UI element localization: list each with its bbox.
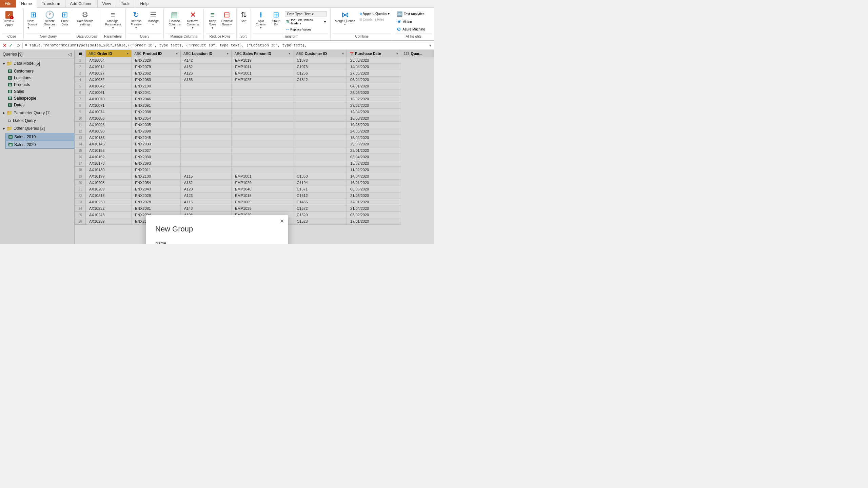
ribbon-ai-label: AI Insights — [395, 34, 432, 38]
enter-data-button[interactable]: ⊞ EnterData — [59, 10, 71, 27]
split-column-button[interactable]: ⫲ SplitColumn ▾ — [253, 10, 269, 30]
tools-tab[interactable]: Tools — [116, 0, 135, 7]
data-type-dropdown[interactable]: Data Type: Text▾ — [285, 11, 327, 17]
modal-name-label: Name — [155, 241, 279, 244]
ribbon-parameters-group: ≡ ManageParameters ▾ Parameters — [100, 9, 126, 40]
formula-reject-button[interactable]: ✕ — [3, 43, 7, 48]
formula-text: = Table.TransformColumnTypes(Sales_2017_… — [25, 43, 427, 47]
ribbon-query-label: Query — [128, 34, 161, 38]
vision-button[interactable]: 👁 Vision — [395, 18, 432, 25]
refresh-preview-button[interactable]: ↻ RefreshPreview ▾ — [128, 10, 144, 30]
ribbon-new-query-group: ⊞ NewSource ▾ 🕐 RecentSources ▾ ⊞ EnterD… — [24, 9, 73, 40]
formula-fx-label: fx — [17, 43, 20, 48]
view-tab[interactable]: View — [98, 0, 116, 7]
manage-parameters-button[interactable]: ≡ ManageParameters ▾ — [102, 10, 123, 30]
data-source-settings-button[interactable]: ⚙ Data sourcesettings — [75, 10, 95, 27]
ribbon-transform-label: Transform — [253, 34, 329, 38]
help-tab[interactable]: Help — [135, 0, 153, 7]
remove-rows-button[interactable]: ⊟ RemoveRows ▾ — [220, 10, 234, 27]
ribbon-manage-columns-label: Manage Columns — [166, 34, 201, 38]
ribbon-transform-group: ⫲ SplitColumn ▾ ⊞ GroupBy Data Type: Tex… — [251, 9, 331, 40]
ribbon-reduce-rows-label: Reduce Rows — [206, 34, 234, 38]
close-apply-button[interactable]: ✓ ✕ Close & Apply — [2, 10, 16, 28]
new-source-button[interactable]: ⊞ NewSource ▾ — [26, 10, 41, 30]
ribbon-reduce-rows-group: ≡ KeepRows ▾ ⊟ RemoveRows ▾ Reduce Rows — [204, 9, 236, 40]
ribbon-close-group: ✓ ✕ Close & Apply Close — [0, 9, 24, 40]
ribbon-sort-label: Sort — [239, 34, 249, 38]
sort-button[interactable]: ⇅ Sort — [239, 10, 249, 24]
ribbon-parameters-label: Parameters — [102, 34, 123, 38]
modal-title: New Group — [155, 225, 279, 233]
transform-tab[interactable]: Transform — [37, 0, 65, 7]
modal-overlay: ✕ New Group Name Description OK Cancel — [0, 50, 434, 244]
ribbon-data-sources-label: Data Sources — [75, 34, 98, 38]
formula-accept-button[interactable]: ✓ — [9, 43, 13, 48]
group-by-button[interactable]: ⊞ GroupBy — [270, 10, 282, 27]
modal-name-field: Name — [155, 241, 279, 244]
recent-sources-button[interactable]: 🕐 RecentSources ▾ — [41, 10, 58, 30]
ribbon-close-group-label: Close — [2, 34, 21, 38]
ribbon-ai-group: 🔤 Text Analytics 👁 Vision ⚙ Azure Machin… — [393, 9, 434, 40]
remove-columns-button[interactable]: ✕ RemoveColumns ▾ — [184, 10, 202, 30]
ribbon-combine-group: ⋈ Merge Queries ▾ ⊕ Append Queries ▾ ⊞ C… — [331, 9, 393, 40]
combine-files-button[interactable]: ⊞ Combine Files — [358, 17, 391, 22]
keep-rows-button[interactable]: ≡ KeepRows ▾ — [206, 10, 219, 30]
azure-machine-button[interactable]: ⚙ Azure Machine — [395, 26, 432, 33]
ribbon-data-sources-group: ⚙ Data sourcesettings Data Sources — [73, 9, 100, 40]
home-tab[interactable]: Home — [16, 0, 37, 8]
replace-values-button[interactable]: ↔ Replace Values — [285, 26, 327, 33]
ribbon-manage-columns-group: ▤ ChooseColumns ▾ ✕ RemoveColumns ▾ Mana… — [164, 9, 204, 40]
merge-queries-button[interactable]: ⋈ Merge Queries ▾ — [333, 10, 357, 27]
new-group-modal: ✕ New Group Name Description OK Cancel — [146, 215, 288, 244]
file-tab[interactable]: File — [0, 0, 16, 7]
append-queries-button[interactable]: ⊕ Append Queries ▾ — [358, 11, 391, 16]
add-column-tab[interactable]: Add Column — [65, 0, 98, 7]
formula-expand-button[interactable]: ▾ — [429, 43, 431, 48]
modal-close-button[interactable]: ✕ — [280, 219, 284, 224]
use-first-row-button[interactable]: ⊞ Use First Row as Headers ▾ — [285, 18, 327, 26]
ribbon-query-group: ↻ RefreshPreview ▾ ☰ Manage ▾ Query — [126, 9, 164, 40]
ribbon-sort-group: ⇅ Sort Sort — [237, 9, 251, 40]
ribbon-new-query-label: New Query — [26, 34, 71, 38]
ribbon-combine-label: Combine — [333, 34, 391, 38]
text-analytics-button[interactable]: 🔤 Text Analytics — [395, 10, 432, 18]
choose-columns-button[interactable]: ▤ ChooseColumns ▾ — [166, 10, 183, 30]
manage-button[interactable]: ☰ Manage ▾ — [145, 10, 161, 27]
